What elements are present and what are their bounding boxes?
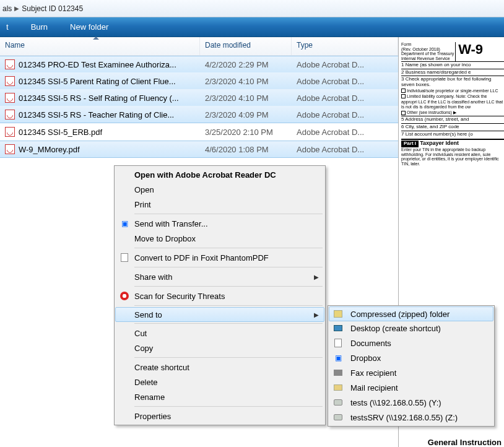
column-name[interactable]: Name	[0, 37, 200, 55]
column-headers: Name Date modified Type	[0, 37, 398, 56]
w9-cb1: Individual/sole proprietor or single-mem…	[407, 89, 498, 93]
file-name: 012345 SSI-5_ERB.pdf	[19, 128, 102, 137]
pdf-file-icon	[5, 59, 15, 69]
foxit-icon	[119, 253, 129, 263]
file-date: 4/2/2020 2:29 PM	[200, 60, 292, 69]
menu-cut[interactable]: Cut	[116, 326, 324, 341]
file-name: 012345 SSI-5 Parent Rating of Client Flu…	[19, 77, 176, 86]
pdf-file-icon	[5, 110, 15, 119]
sendto-dropbox[interactable]: ▣Dropbox	[329, 350, 493, 365]
pdf-file-icon	[5, 127, 15, 137]
file-name: 012345 SSI-5 RS - Self Rating of Fluency…	[19, 93, 179, 103]
documents-icon	[333, 338, 343, 348]
breadcrumb-part[interactable]: als	[2, 4, 12, 13]
context-menu: Open with Adobe Acrobat Reader DC Open P…	[114, 165, 326, 425]
toolbar-button[interactable]: t	[2, 21, 12, 33]
menu-create-shortcut[interactable]: Create shortcut	[116, 360, 324, 375]
w9-line1: 1 Name (as shown on your inco	[401, 61, 504, 69]
menu-foxit-convert[interactable]: Convert to PDF in Foxit PhantomPDF	[116, 250, 324, 265]
desktop-icon	[333, 323, 343, 333]
form-rev: (Rev. October 2018)	[401, 47, 454, 52]
file-date: 4/6/2020 1:08 PM	[200, 145, 292, 154]
form-irs: Internal Revenue Service	[401, 56, 454, 61]
breadcrumb-part[interactable]: Subject ID 012345	[22, 4, 83, 13]
menu-share-with[interactable]: Share with▶	[116, 269, 324, 284]
file-date: 2/3/2020 4:10 PM	[200, 77, 292, 86]
burn-button[interactable]: Burn	[27, 21, 51, 33]
menu-separator	[134, 305, 323, 306]
file-type: Adobe Acrobat D...	[292, 145, 398, 154]
w9-part1-text: Enter your TIN in the appropriate bo bac…	[401, 147, 504, 162]
dropbox-icon: ▣	[333, 353, 343, 363]
sendto-documents[interactable]: Documents	[329, 336, 493, 350]
column-type[interactable]: Type	[292, 37, 398, 55]
file-row[interactable]: 012345 SSI-5 RS - Self Rating of Fluency…	[0, 89, 398, 106]
file-row[interactable]: 012345 PRO-ED Test Examinee Authoriza...…	[0, 56, 398, 73]
menu-separator	[134, 286, 323, 287]
zip-folder-icon	[333, 309, 343, 319]
file-type: Adobe Acrobat D...	[292, 128, 398, 137]
file-date: 2/3/2020 4:09 PM	[200, 110, 292, 119]
w9-cb3: Other (see instructions) ▶	[407, 110, 456, 115]
menu-rename[interactable]: Rename	[116, 389, 324, 404]
checkbox-icon	[401, 89, 406, 93]
file-row[interactable]: 012345 SSI-5_ERB.pdf3/25/2020 2:10 PMAdo…	[0, 123, 398, 141]
file-name: W-9_MMorey.pdf	[19, 145, 80, 154]
file-type: Adobe Acrobat D...	[292, 110, 398, 119]
menu-separator	[134, 214, 323, 214]
menu-open[interactable]: Open	[116, 182, 324, 197]
file-name: 012345 PRO-ED Test Examinee Authoriza...	[19, 60, 176, 69]
general-instructions-heading: General Instruction	[428, 438, 502, 447]
file-name: 012345 SSI-5 RS - Teacher Rating of Clie…	[19, 110, 174, 119]
sendto-fax[interactable]: Fax recipient	[329, 365, 493, 380]
form-dept: Department of the Treasury	[401, 51, 454, 56]
menu-delete[interactable]: Delete	[116, 375, 324, 389]
sendto-mail[interactable]: Mail recipient	[329, 380, 493, 395]
breadcrumb-separator: ▶	[14, 5, 19, 12]
w9-line2: 2 Business name/disregarded e	[401, 69, 504, 76]
menu-separator	[134, 267, 323, 267]
sendto-zip[interactable]: Compressed (zipped) folder	[329, 306, 493, 321]
w9-title: W-9	[458, 42, 483, 61]
menu-separator	[134, 248, 323, 248]
sendto-desktop[interactable]: Desktop (create shortcut)	[329, 321, 493, 336]
network-drive-icon	[333, 397, 343, 407]
explorer-toolbar: t Burn New folder	[0, 17, 504, 37]
sendto-network-drive-z[interactable]: testsSRV (\\192.168.0.55) (Z:)	[329, 410, 493, 425]
menu-send-to[interactable]: Send to▶	[115, 307, 324, 322]
menu-scan-threats[interactable]: Scan for Security Threats	[116, 289, 324, 303]
sort-indicator-icon	[93, 37, 99, 40]
file-row[interactable]: 012345 SSI-5 RS - Teacher Rating of Clie…	[0, 106, 398, 123]
menu-move-dropbox[interactable]: Move to Dropbox	[116, 231, 324, 246]
pdf-file-icon	[5, 144, 15, 154]
file-type: Adobe Acrobat D...	[292, 60, 398, 69]
breadcrumb[interactable]: als ▶ Subject ID 012345	[0, 0, 504, 17]
pdf-file-icon	[5, 93, 15, 103]
menu-separator	[134, 406, 323, 407]
mail-icon	[333, 383, 343, 393]
file-row[interactable]: W-9_MMorey.pdf4/6/2020 1:08 PMAdobe Acro…	[0, 141, 398, 158]
submenu-arrow-icon: ▶	[314, 274, 319, 280]
file-row[interactable]: 012345 SSI-5 Parent Rating of Client Flu…	[0, 72, 398, 90]
w9-tin: TIN, later.	[401, 162, 504, 167]
new-folder-button[interactable]: New folder	[66, 21, 112, 33]
dropbox-icon: ▣	[119, 219, 129, 228]
file-date: 2/3/2020 4:10 PM	[200, 93, 292, 103]
w9-line7: 7 List account number(s) here (o	[401, 131, 504, 138]
menu-copy[interactable]: Copy	[116, 341, 324, 355]
file-type: Adobe Acrobat D...	[292, 93, 398, 103]
menu-properties[interactable]: Properties	[116, 409, 324, 423]
submenu-arrow-icon: ▶	[314, 311, 319, 318]
menu-send-transfer[interactable]: ▣Send with Transfer...	[116, 216, 324, 231]
w9-line3: 3 Check appropriate box for fed followin…	[401, 76, 504, 89]
file-type: Adobe Acrobat D...	[292, 77, 398, 86]
menu-open-default[interactable]: Open with Adobe Acrobat Reader DC	[116, 167, 324, 182]
column-date[interactable]: Date modified	[200, 37, 292, 55]
w9-part1-title: Taxpayer Ident	[420, 140, 459, 146]
trendmicro-icon	[119, 291, 129, 301]
menu-print[interactable]: Print	[116, 197, 324, 212]
form-label: Form	[401, 42, 454, 47]
sendto-network-drive-y[interactable]: tests (\\192.168.0.55) (Y:)	[329, 395, 493, 410]
file-date: 3/25/2020 2:10 PM	[200, 128, 292, 137]
fax-icon	[333, 368, 343, 378]
